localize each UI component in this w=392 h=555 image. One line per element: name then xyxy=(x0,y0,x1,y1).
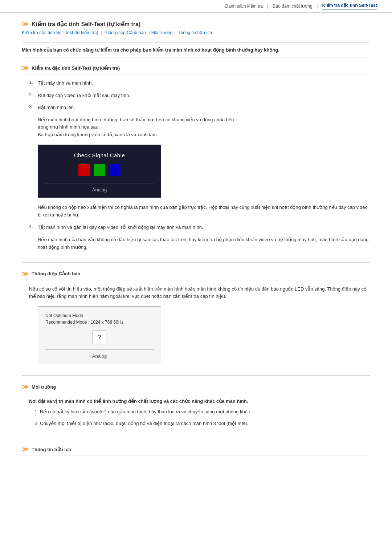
title-arrow-icon: ≫ xyxy=(22,20,29,28)
red-square xyxy=(78,164,90,176)
step-4-text: Tắt màn hình và gắn lại dây cáp video; r… xyxy=(38,224,203,231)
divider-1 xyxy=(22,262,370,263)
warning-arrow-icon: ≫ xyxy=(22,270,29,278)
not-optimum-text: Not Optimum Mode Recommended Mode : 1024… xyxy=(45,312,154,325)
not-optimum-line2: Recommended Mode : 1024 x 768 60Hz xyxy=(45,319,154,325)
step-3-num: 3. xyxy=(29,104,38,109)
useful-info-header: ≫ Thông tin hữu ích xyxy=(22,445,370,456)
step-4-num: 4. xyxy=(29,224,38,229)
color-squares xyxy=(78,164,121,176)
self-test-section: ≫ Kiểm tra đặc tính Self-Test (tự kiểm t… xyxy=(22,64,370,251)
green-square xyxy=(94,164,105,176)
self-test-content: 1. Tắt máy tính và màn hình. 2. Rút dây … xyxy=(22,80,370,251)
not-optimum-footer: Analog xyxy=(45,349,154,359)
step-2-text: Rút dây cáp video ra khỏi mặt sau máy tí… xyxy=(38,92,130,99)
not-optimum-line1: Not Optimum Mode xyxy=(45,312,154,319)
question-mark-box: ? xyxy=(93,331,106,344)
intro-text: Màn hình của bạn có chức năng tự kiểm tr… xyxy=(22,42,370,57)
environment-list: Nếu có bất kỳ loa trầm (woofer) nào gần … xyxy=(29,408,370,427)
signal-box-footer: Analog xyxy=(45,183,154,193)
step-2: 2. Rút dây cáp video ra khỏi mặt sau máy… xyxy=(29,92,370,99)
signal-box-title: Check Signal Cable xyxy=(74,152,125,158)
note-after-step3: Nếu màn hình hoạt động bình thường, bạn … xyxy=(29,116,370,139)
warning-content: Nếu có sự cố với tín hiệu vào, một thông… xyxy=(22,285,370,365)
page-wrapper: ≫ Kiểm tra đặc tính Self-Test (tự kiểm t… xyxy=(0,13,392,481)
environment-arrow-icon: ≫ xyxy=(22,383,29,391)
step-3: 3. Bật màn hình lên. xyxy=(29,104,370,111)
warning-title: Thông điệp Cảnh báo xyxy=(32,271,80,276)
env-item-1: Nếu có bất kỳ loa trầm (woofer) nào gần … xyxy=(40,408,370,416)
environment-header: ≫ Môi trường xyxy=(22,383,370,393)
warning-section: ≫ Thông điệp Cảnh báo Nếu có sự cố với t… xyxy=(22,270,370,365)
environment-title: Môi trường xyxy=(32,384,56,390)
step-1-num: 1. xyxy=(29,80,38,85)
nav-separator-3: | xyxy=(381,4,383,9)
warning-header: ≫ Thông điệp Cảnh báo xyxy=(22,270,370,280)
environment-subtitle: Nơi đặt và vị trí màn hình có thể ảnh hư… xyxy=(29,398,370,404)
subnav-sep3: | xyxy=(175,30,176,35)
page-title-section: ≫ Kiểm tra đặc tính Self-Test (tự kiểm t… xyxy=(22,20,370,28)
step-4: 4. Tắt màn hình và gắn lại dây cáp video… xyxy=(29,224,370,231)
env-item-2: Chuyển mọi thiết bị điện như radio, quạt… xyxy=(40,420,370,427)
nav-separator-2: | xyxy=(317,4,318,9)
useful-info-arrow-icon: ≫ xyxy=(22,445,29,453)
step-1-text: Tắt máy tính và màn hình. xyxy=(38,80,93,87)
subnav-warning[interactable]: Thông điệp Cảnh báo xyxy=(104,30,146,35)
nav-item-danh-sach[interactable]: Danh sách kiểm tra xyxy=(225,4,263,9)
subnav-useful-info[interactable]: Thông tin hữu ích xyxy=(178,30,212,35)
page-title: Kiểm tra đặc tính Self-Test (tự kiểm tra… xyxy=(32,21,140,28)
nav-item-kiem-tra-active[interactable]: Kiểm tra đặc tính Self-Test xyxy=(322,3,377,9)
nav-separator-1: | xyxy=(267,4,268,9)
signal-cable-box: Check Signal Cable Analog xyxy=(38,145,161,198)
top-navigation: Danh sách kiểm tra | Bảo đảm chất lượng … xyxy=(0,0,392,13)
divider-2 xyxy=(22,375,370,376)
environment-content: Nơi đặt và vị trí màn hình có thể ảnh hư… xyxy=(22,398,370,427)
self-test-header: ≫ Kiểm tra đặc tính Self-Test (tự kiểm t… xyxy=(22,64,370,74)
note-after-box: Nếu không có hộp nào xuất hiện thì có ng… xyxy=(29,204,370,219)
useful-info-section: ≫ Thông tin hữu ích xyxy=(22,445,370,456)
step-1: 1. Tắt máy tính và màn hình. xyxy=(29,80,370,87)
divider-3 xyxy=(22,438,370,438)
subnav-sep2: | xyxy=(149,30,150,35)
nav-item-bao-dam[interactable]: Bảo đảm chất lượng xyxy=(273,4,312,9)
step-2-num: 2. xyxy=(29,92,38,97)
subnav-sep1: | xyxy=(101,30,102,35)
blue-square xyxy=(109,164,121,176)
self-test-arrow-icon: ≫ xyxy=(22,64,29,72)
sub-navigation: Kiểm tra đặc tính Self-Test (tự kiểm tra… xyxy=(22,30,370,35)
warning-text: Nếu có sự cố với tín hiệu vào, một thông… xyxy=(29,285,370,301)
useful-info-title: Thông tin hữu ích xyxy=(32,447,71,452)
self-test-title: Kiểm tra đặc tính Self-Test (tự kiểm tra… xyxy=(32,65,120,71)
subnav-selftest[interactable]: Kiểm tra đặc tính Self-Test (tự kiểm tra… xyxy=(22,30,98,35)
environment-section: ≫ Môi trường Nơi đặt và vị trí màn hình … xyxy=(22,383,370,427)
subnav-environment[interactable]: Môi trường xyxy=(151,30,172,35)
final-note: Nếu màn hình của bạn vẫn không có dấu hi… xyxy=(29,236,370,251)
step-3-text: Bật màn hình lên. xyxy=(38,104,75,111)
not-optimum-box: Not Optimum Mode Recommended Mode : 1024… xyxy=(38,306,161,364)
